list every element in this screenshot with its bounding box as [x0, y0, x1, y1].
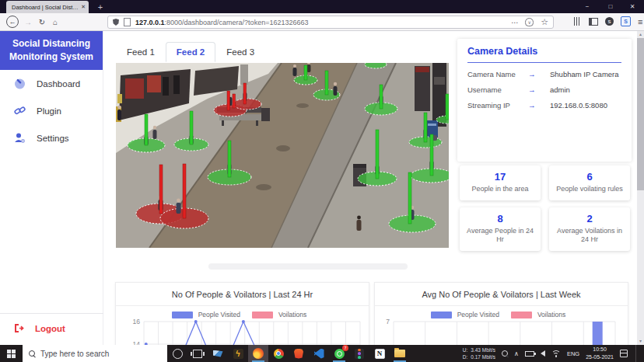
task-view-button[interactable]	[187, 345, 208, 362]
sidebar-item-settings[interactable]: Settings	[0, 124, 103, 151]
taskbar-app-file-explorer[interactable]	[390, 345, 410, 362]
vscode-icon	[314, 349, 324, 359]
browser-tab[interactable]: Dashboard | Social Distancing Mon ✕	[6, 1, 89, 13]
extension-icon-dark[interactable]: S	[605, 17, 614, 26]
plugin-link-icon	[13, 104, 26, 117]
lightning-app-icon: ϟ	[233, 349, 243, 359]
stat-value: 8	[464, 213, 537, 225]
network-speed: U:D: 3.43 Mbit/s0.17 Mbit/s	[463, 346, 495, 361]
taskbar-app-firefox[interactable]	[248, 345, 268, 362]
chart-divider	[116, 305, 369, 306]
taskbar-app-notion[interactable]: N	[369, 345, 390, 362]
chrome-icon	[274, 349, 284, 359]
sidebar-item-label: Settings	[37, 134, 69, 143]
stats-grid: 17 People in the area 6 People voilating…	[460, 165, 632, 251]
tray-chevron-icon[interactable]: ∧	[514, 350, 519, 357]
forward-button[interactable]: →	[22, 16, 34, 28]
reload-button[interactable]: ↻	[36, 16, 48, 28]
taskbar-app-lightning[interactable]: ϟ	[228, 345, 248, 362]
taskbar-search-input[interactable]: Type here to search	[23, 345, 167, 362]
taskbar-app-vscode[interactable]	[309, 345, 329, 362]
browser-tab-title: Dashboard | Social Distancing Mon	[12, 4, 79, 11]
chart-divider	[375, 305, 628, 306]
detail-label: Username	[467, 85, 528, 94]
system-tray: U:D: 3.43 Mbit/s0.17 Mbit/s ∧ ENG 10:50 …	[463, 345, 644, 362]
bookmark-star-icon[interactable]: ☆	[541, 17, 548, 27]
stat-value: 17	[464, 171, 537, 183]
cortana-icon	[173, 349, 183, 359]
sidebar-item-label: Plugin	[37, 106, 61, 116]
back-button[interactable]: ←	[6, 16, 19, 28]
camera-details-title: Camera Details	[467, 46, 621, 57]
sidebar-toggle-icon[interactable]	[589, 18, 598, 26]
scrollbar-thumb[interactable]	[637, 38, 644, 190]
tracking-shield-icon[interactable]	[113, 19, 119, 26]
svg-text:16: 16	[133, 318, 141, 325]
extension-icon-blue[interactable]: S	[621, 16, 631, 26]
stat-label: People voilating rules	[553, 185, 626, 194]
settings-user-icon	[13, 131, 26, 144]
sidebar: Social Distancing Monitoring System Dash…	[0, 31, 103, 345]
taskbar-app-figma[interactable]	[349, 345, 369, 362]
tab-label: Feed 1	[127, 47, 155, 57]
tab-feed-1[interactable]: Feed 1	[116, 42, 166, 62]
url-text: 127.0.0.1:8000/dashboard/camera/?token=1…	[135, 19, 504, 26]
stat-value: 2	[553, 213, 626, 225]
speaker-icon[interactable]	[541, 350, 545, 357]
window-maximize-button[interactable]: □	[599, 0, 622, 13]
taskbar-app-chrome[interactable]	[268, 345, 289, 362]
search-placeholder: Type here to search	[40, 350, 109, 358]
whatsapp-badge: 7	[342, 345, 348, 351]
page-scrollbar[interactable]: ▴ ▾	[637, 31, 644, 345]
stat-label: People in the area	[464, 185, 537, 194]
tab-close-icon[interactable]: ✕	[81, 4, 86, 10]
scrollbar-up-arrow[interactable]: ▴	[637, 31, 644, 38]
windows-logo-icon	[7, 350, 16, 358]
taskbar-app-remote-desktop[interactable]	[208, 345, 228, 362]
page-actions-icon[interactable]: ⋯	[511, 19, 518, 26]
new-tab-button[interactable]: +	[94, 0, 107, 13]
taskbar-app-whatsapp[interactable]: 7	[329, 345, 349, 362]
library-icon[interactable]	[574, 17, 582, 26]
page-icon	[124, 18, 131, 26]
notion-icon: N	[375, 349, 385, 359]
dashboard-icon	[13, 77, 26, 90]
detail-label: Streaming IP	[467, 101, 528, 110]
taskbar-app-brave[interactable]	[289, 345, 309, 362]
language-indicator[interactable]: ENG	[567, 350, 579, 357]
home-button[interactable]: ⌂	[49, 16, 61, 28]
task-view-icon	[193, 350, 202, 358]
arrow-icon: →	[528, 70, 550, 78]
clock[interactable]: 10:50 25-05-2021	[586, 346, 614, 362]
arrow-icon: →	[528, 101, 550, 110]
logout-icon	[13, 322, 25, 334]
wifi-icon[interactable]	[551, 350, 561, 357]
url-path: :8000/dashboard/camera/?token=1621326663	[165, 19, 309, 26]
arrow-icon: →	[528, 85, 550, 94]
tab-label: Feed 2	[177, 47, 205, 57]
app-title: Social Distancing Monitoring System	[0, 31, 103, 70]
window-minimize-button[interactable]: −	[576, 0, 599, 13]
logout-button[interactable]: Logout	[0, 313, 103, 340]
tab-feed-3[interactable]: Feed 3	[215, 42, 265, 62]
chart-title: Avg No Of People & Voilators | Last Week	[375, 290, 628, 299]
tab-feed-2[interactable]: Feed 2	[166, 42, 215, 62]
browser-titlebar: Dashboard | Social Distancing Mon ✕ + − …	[0, 0, 644, 13]
window-close-button[interactable]: ✕	[621, 0, 644, 13]
chart-title: No Of People & Voilators | Last 24 Hr	[116, 290, 369, 299]
menu-icon[interactable]: ≡	[638, 17, 642, 26]
pocket-icon[interactable]: ∨	[525, 18, 534, 26]
cortana-button[interactable]	[167, 345, 187, 362]
detail-value: admin	[550, 85, 570, 94]
battery-icon[interactable]	[525, 351, 534, 357]
start-button[interactable]	[0, 345, 23, 362]
screen: Dashboard | Social Distancing Mon ✕ + − …	[0, 0, 644, 362]
action-center-icon[interactable]	[620, 350, 628, 357]
url-bar[interactable]: 127.0.0.1:8000/dashboard/camera/?token=1…	[107, 16, 554, 29]
sidebar-item-plugin[interactable]: Plugin	[0, 97, 103, 124]
show-desktop-button[interactable]	[635, 345, 639, 362]
scrollbar-down-arrow[interactable]: ▾	[637, 338, 644, 345]
sidebar-item-dashboard[interactable]: Dashboard	[0, 70, 103, 97]
tray-search-icon[interactable]	[502, 350, 508, 357]
taskbar: Type here to search ϟ 7 N U:D: 3.43 Mbit…	[0, 345, 644, 362]
